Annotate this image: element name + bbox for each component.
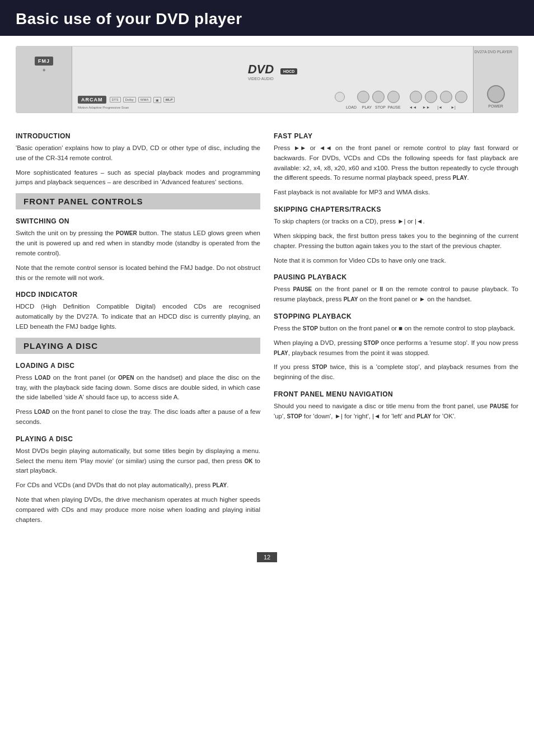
loading-disc-para-1: Press LOAD on the front panel (or OPEN o…	[16, 373, 260, 403]
dts96-logo: ▣	[153, 97, 161, 103]
next-label: ►|	[447, 105, 460, 109]
pause-label: PAUSE	[388, 105, 400, 109]
ffwd-label: ►►	[420, 105, 433, 109]
fast-play-title: FAST PLAY	[274, 132, 518, 140]
feature-logos: DTS Dolby WMA ▣ MLP	[110, 97, 175, 103]
front-panel-banner: FRONT PANEL CONTROLS	[16, 193, 260, 209]
load-ctrl	[335, 92, 345, 102]
switching-on-para-1: Switch the unit on by pressing the POWER…	[16, 228, 260, 258]
prev-label: |◄	[434, 105, 446, 109]
skipping-para-3: Note that it is common for Video CDs to …	[274, 256, 518, 266]
page-header: Basic use of your DVD player	[0, 0, 534, 36]
stop-label: STOP	[374, 105, 387, 109]
rew-label: ◄◄	[407, 105, 419, 109]
pause-ctrl	[387, 91, 400, 103]
intro-para-1: 'Basic operation' explains how to play a…	[16, 143, 260, 164]
dts-logo: DTS	[110, 97, 121, 102]
page-title: Basic use of your DVD player	[16, 10, 518, 28]
mlp-logo: MLP	[163, 97, 175, 102]
pause-button-icon	[387, 91, 400, 103]
skipping-title: SKIPPING CHAPTERS/TRACKS	[274, 206, 518, 213]
intro-section: INTRODUCTION 'Basic operation' explains …	[16, 132, 260, 188]
next-button-icon	[455, 91, 467, 103]
playing-disc-para-1: Most DVDs begin playing automatically, b…	[16, 446, 260, 476]
hdcd-indicator-section: HDCD INDICATOR HDCD (High Definition Com…	[16, 291, 260, 332]
play-button-icon	[357, 91, 369, 103]
skipping-section: SKIPPING CHAPTERS/TRACKS To skip chapter…	[274, 206, 518, 265]
stopping-para-1: Press the STOP button on the front panel…	[274, 324, 518, 334]
skipping-para-2: When skipping back, the first button pre…	[274, 231, 518, 251]
playing-disc-para-3: Note that when playing DVDs, the drive m…	[16, 495, 260, 525]
intro-title: INTRODUCTION	[16, 132, 260, 140]
next-ctrl	[455, 91, 467, 103]
stopping-para-3: If you press STOP twice, this is a 'comp…	[274, 362, 518, 382]
hdcd-para-1: HDCD (High Definition Compatible Digital…	[16, 302, 260, 332]
menu-nav-section: FRONT PANEL MENU NAVIGATION Should you n…	[274, 390, 518, 422]
transport-controls	[335, 91, 467, 103]
page-footer: 12	[0, 552, 534, 562]
arcam-logo: ARCAM	[78, 96, 106, 104]
loading-disc-para-2: Press LOAD on the front panel to close t…	[16, 407, 260, 427]
loading-disc-section: LOADING A DISC Press LOAD on the front p…	[16, 362, 260, 427]
fmj-badge: FMJ	[35, 57, 53, 66]
dvd-tagline: VIDEO·AUDIO	[248, 77, 274, 81]
dvd-left-panel: FMJ ◆	[16, 46, 72, 113]
power-ctrl: POWER	[487, 85, 505, 108]
left-column: INTRODUCTION 'Basic operation' explains …	[16, 124, 260, 530]
playing-disc-para-2: For CDs and VCDs (and DVDs that do not p…	[16, 480, 260, 491]
load-label: LOAD	[343, 105, 360, 109]
hdcd-badge: HDCD	[280, 68, 297, 74]
stopping-title: STOPPING PLAYBACK	[274, 312, 518, 320]
page-number: 12	[257, 552, 277, 562]
switching-on-para-2: Note that the remote control sensor is l…	[16, 263, 260, 283]
fast-play-para-2: Fast playback is not available for MP3 a…	[274, 188, 518, 198]
play-ctrl	[357, 91, 369, 103]
dvd-logo: DVD	[248, 62, 274, 77]
wma-logo: WMA	[138, 97, 151, 102]
power-label: POWER	[488, 104, 503, 108]
playing-disc-section: PLAYING A DISC Most DVDs begin playing a…	[16, 435, 260, 525]
dvd-player-illustration: DV27A DVD PLAYER FMJ ◆ DVD VIDEO·AUDIO H…	[16, 46, 518, 113]
menu-nav-title: FRONT PANEL MENU NAVIGATION	[274, 390, 518, 398]
pausing-para-1: Press PAUSE on the front panel or II on …	[274, 284, 518, 305]
skipping-para-1: To skip chapters (or tracks on a CD), pr…	[274, 217, 518, 227]
pausing-title: PAUSING PLAYBACK	[274, 273, 518, 281]
hdcd-title: HDCD INDICATOR	[16, 291, 260, 298]
rew-ctrl	[410, 91, 422, 103]
fast-play-section: FAST PLAY Press ►► or ◄◄ on the front pa…	[274, 132, 518, 198]
playing-disc-banner: PLAYING A DISC	[16, 338, 260, 354]
dvd-model-text: DV27A DVD PLAYER	[474, 50, 512, 54]
menu-nav-para-1: Should you need to navigate a disc or ti…	[274, 402, 518, 422]
ffwd-button-icon	[425, 91, 437, 103]
fast-play-para-1: Press ►► or ◄◄ on the front panel or rem…	[274, 143, 518, 183]
playing-disc-title: PLAYING A DISC	[16, 435, 260, 443]
prev-ctrl	[440, 91, 452, 103]
play-label: PLAY	[361, 105, 373, 109]
main-content: INTRODUCTION 'Basic operation' explains …	[0, 119, 534, 541]
dvd-right-panel: POWER	[473, 46, 518, 113]
motion-adaptive-text: Motion Adaptive Progressive Scan	[78, 106, 175, 109]
switching-on-title: SWITCHING ON	[16, 217, 260, 225]
loading-disc-title: LOADING A DISC	[16, 362, 260, 370]
rewind-button-icon	[410, 91, 422, 103]
right-column: FAST PLAY Press ►► or ◄◄ on the front pa…	[274, 124, 518, 530]
stopping-para-2: When playing a DVD, pressing STOP once p…	[274, 338, 518, 358]
pausing-section: PAUSING PLAYBACK Press PAUSE on the fron…	[274, 273, 518, 305]
stop-button-icon	[372, 91, 385, 103]
stopping-section: STOPPING PLAYBACK Press the STOP button …	[274, 312, 518, 382]
intro-para-2: More sophisticated features – such as sp…	[16, 168, 260, 188]
load-button-icon	[335, 92, 345, 102]
dvd-logo-area: DVD VIDEO·AUDIO HDCD	[248, 62, 298, 81]
stop-ctrl	[372, 91, 385, 103]
prev-button-icon	[440, 91, 452, 103]
dolby-logo: Dolby	[123, 97, 136, 102]
ffwd-ctrl	[425, 91, 437, 103]
power-button-icon	[487, 85, 505, 103]
switching-on-section: SWITCHING ON Switch the unit on by press…	[16, 217, 260, 283]
